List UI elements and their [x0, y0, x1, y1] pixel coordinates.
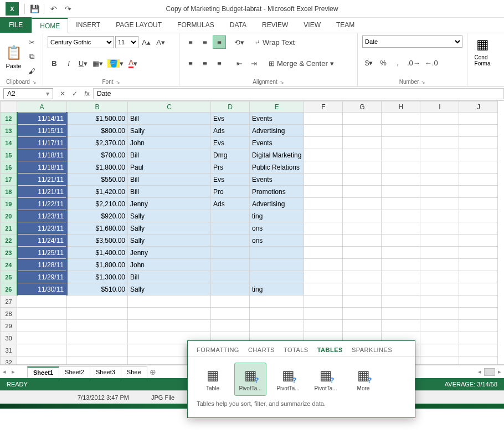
- row-header-25[interactable]: 25: [1, 271, 17, 283]
- cell-f29[interactable]: [304, 320, 343, 332]
- cell-j27[interactable]: [459, 296, 498, 308]
- cell-a15[interactable]: 11/18/11: [17, 149, 67, 161]
- row-header-20[interactable]: 20: [1, 210, 17, 222]
- cell-f18[interactable]: [304, 186, 343, 198]
- cell-a29[interactable]: [17, 320, 67, 332]
- cell-j17[interactable]: [459, 174, 498, 186]
- cell-c29[interactable]: [128, 320, 211, 332]
- cell-b26[interactable]: $510.00: [67, 283, 128, 296]
- increase-decimal-button[interactable]: .0→: [405, 56, 422, 69]
- cell-a27[interactable]: [17, 296, 67, 308]
- cell-c18[interactable]: Bill: [128, 186, 211, 198]
- row-header-14[interactable]: 14: [1, 137, 17, 149]
- cell-g27[interactable]: [343, 296, 382, 308]
- qa-option-2[interactable]: ▦?PivotTa...: [272, 363, 304, 396]
- cell-g21[interactable]: [343, 222, 382, 235]
- cell-d17[interactable]: Evs: [211, 174, 250, 186]
- cell-f20[interactable]: [304, 210, 343, 222]
- cell-d21[interactable]: [211, 222, 250, 235]
- cell-g13[interactable]: [343, 125, 382, 137]
- row-header-31[interactable]: 31: [1, 344, 17, 356]
- name-box[interactable]: A2▾: [3, 88, 53, 99]
- cell-c24[interactable]: John: [128, 259, 211, 271]
- cell-d24[interactable]: [211, 259, 250, 271]
- tab-view[interactable]: VIEW: [296, 17, 328, 33]
- cell-a32[interactable]: [17, 356, 67, 365]
- formula-input[interactable]: [93, 88, 504, 99]
- cell-c28[interactable]: [128, 308, 211, 320]
- cell-j29[interactable]: [459, 320, 498, 332]
- cell-c20[interactable]: Sally: [128, 210, 211, 222]
- cell-d27[interactable]: [211, 296, 250, 308]
- cell-i24[interactable]: [420, 259, 459, 271]
- column-header-h[interactable]: H: [382, 101, 420, 113]
- cell-a16[interactable]: 11/18/11: [17, 161, 67, 174]
- row-header-12[interactable]: 12: [1, 113, 17, 125]
- row-header-32[interactable]: 32: [1, 356, 17, 365]
- cell-b23[interactable]: $1,400.00: [67, 247, 128, 259]
- column-header-i[interactable]: I: [420, 101, 459, 113]
- cell-i23[interactable]: [420, 247, 459, 259]
- undo-button[interactable]: ↶: [47, 2, 61, 16]
- cell-d14[interactable]: Evs: [211, 137, 250, 149]
- qa-tab-formatting[interactable]: FORMATTING: [197, 347, 239, 353]
- cell-d13[interactable]: Ads: [211, 125, 250, 137]
- cell-a22[interactable]: 11/24/11: [17, 235, 67, 247]
- cell-h29[interactable]: [382, 320, 420, 332]
- cell-e19[interactable]: Advertising: [250, 198, 304, 210]
- cell-c15[interactable]: Bill: [128, 149, 211, 161]
- cell-d29[interactable]: [211, 320, 250, 332]
- conditional-formatting-button[interactable]: ▦ CondForma: [472, 35, 493, 67]
- select-all-corner[interactable]: [1, 101, 17, 113]
- align-bottom-button[interactable]: ≡: [213, 35, 226, 49]
- cell-i13[interactable]: [420, 125, 459, 137]
- cell-i22[interactable]: [420, 235, 459, 247]
- cell-d23[interactable]: [211, 247, 250, 259]
- cell-d12[interactable]: Evs: [211, 113, 250, 125]
- cell-g18[interactable]: [343, 186, 382, 198]
- cell-b12[interactable]: $1,500.00: [67, 113, 128, 125]
- decrease-font-button[interactable]: A▾: [154, 35, 167, 49]
- cell-a17[interactable]: 11/21/11: [17, 174, 67, 186]
- cell-d18[interactable]: Pro: [211, 186, 250, 198]
- spreadsheet-grid[interactable]: ABCDEFGHIJ 12 11/14/11 $1,500.00 Bill Ev…: [0, 101, 504, 365]
- qa-tab-totals[interactable]: TOTALS: [284, 347, 308, 353]
- cell-g17[interactable]: [343, 174, 382, 186]
- cell-c23[interactable]: Jenny: [128, 247, 211, 259]
- tab-insert[interactable]: INSERT: [68, 17, 108, 33]
- wrap-text-button[interactable]: ⤶Wrap Text: [253, 35, 296, 49]
- cell-f14[interactable]: [304, 137, 343, 149]
- cell-e15[interactable]: Digital Marketing: [250, 149, 304, 161]
- paste-button[interactable]: 📋 Paste: [4, 44, 23, 69]
- cell-a28[interactable]: [17, 308, 67, 320]
- tab-formulas[interactable]: FORMULAS: [169, 17, 222, 33]
- cell-i30[interactable]: [420, 332, 459, 344]
- cell-f26[interactable]: [304, 283, 343, 296]
- sheet-tab-shee[interactable]: Shee: [121, 366, 147, 378]
- column-header-b[interactable]: B: [67, 101, 128, 113]
- cell-j26[interactable]: [459, 283, 498, 296]
- cell-d16[interactable]: Prs: [211, 161, 250, 174]
- cell-b20[interactable]: $920.00: [67, 210, 128, 222]
- fill-color-button[interactable]: 🪣▾: [106, 57, 125, 70]
- cell-j16[interactable]: [459, 161, 498, 174]
- row-header-22[interactable]: 22: [1, 235, 17, 247]
- cell-b18[interactable]: $1,420.00: [67, 186, 128, 198]
- tab-review[interactable]: REVIEW: [254, 17, 296, 33]
- tab-data[interactable]: DATA: [222, 17, 254, 33]
- cell-b28[interactable]: [67, 308, 128, 320]
- cell-h23[interactable]: [382, 247, 420, 259]
- cell-f12[interactable]: [304, 113, 343, 125]
- cell-a31[interactable]: [17, 344, 67, 356]
- cell-f27[interactable]: [304, 296, 343, 308]
- cell-j18[interactable]: [459, 186, 498, 198]
- cell-h27[interactable]: [382, 296, 420, 308]
- cell-i31[interactable]: [420, 344, 459, 356]
- tab-file[interactable]: FILE: [0, 17, 32, 33]
- cell-j32[interactable]: [459, 356, 498, 365]
- clipboard-dialog-launcher[interactable]: ↘: [32, 79, 37, 85]
- cell-g28[interactable]: [343, 308, 382, 320]
- cell-c21[interactable]: Sally: [128, 222, 211, 235]
- font-color-button[interactable]: A▾: [126, 57, 140, 70]
- cell-f15[interactable]: [304, 149, 343, 161]
